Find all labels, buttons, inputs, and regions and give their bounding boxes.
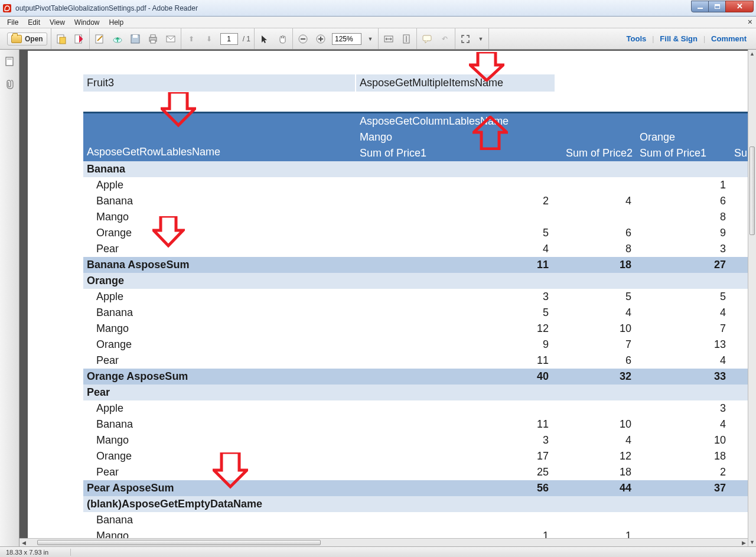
print-icon[interactable] [146,32,159,45]
filter-label: Fruit3 [83,74,356,92]
menu-help[interactable]: Help [105,17,129,28]
svg-rect-10 [151,40,155,43]
open-button[interactable]: Open [7,32,47,45]
col-measure-0-1: Sum of Price2 [553,113,636,161]
table-row: Banana544 [83,305,748,321]
table-row: Pear25182 [83,464,748,480]
table-row: Banana [83,512,748,528]
svg-rect-2 [60,37,66,44]
cloud-icon[interactable] [111,32,124,45]
folder-icon [11,35,22,43]
page-viewport[interactable]: Fruit3 AsposeGetMultipleItemsName Aspose… [28,50,748,546]
table-row: Apple3 [83,400,748,416]
svg-rect-22 [7,58,12,60]
sidebar [0,50,19,546]
annotate-icon[interactable] [421,32,434,45]
group-header: (blank)AsposeGetEmptyDataName [83,496,748,512]
svg-rect-0 [3,4,11,12]
table-row: Orange171218 [83,448,748,464]
zoom-out-icon[interactable] [296,32,309,45]
subtotal-row: Banana AsposeSum111827 [83,257,748,273]
horizontal-scrollbar[interactable]: ◀ ▶ [19,538,748,546]
table-row: Mango8 [83,209,748,225]
subtotal-row: Orange AsposeSum403233 [83,369,748,385]
page-down-icon[interactable]: ⬇ [203,32,216,45]
svg-rect-7 [133,35,138,38]
scroll-right-icon[interactable]: ▶ [739,539,748,546]
page-dimensions: 18.33 x 7.93 in [0,549,71,556]
attachments-icon[interactable] [4,78,15,90]
toolbar: Open ⬆ ⬇ / 1 ▼ ↶ ▼ Tools | [0,28,756,50]
fit-screen-icon[interactable] [459,32,472,45]
scroll-thumb-v[interactable] [750,146,755,235]
table-row: Banana11104 [83,416,748,432]
table-row: Orange9713 [83,337,748,353]
vertical-scrollbar[interactable]: ▲ ▼ [748,50,756,546]
filter-value: AsposeGetMultipleItemsName [356,74,555,92]
row-labels-header: AsposeGetRowLablesName [83,113,356,161]
svg-rect-19 [423,35,431,41]
pivot-header: AsposeGetRowLablesName AsposeGetColumnLa… [83,112,748,161]
menu-view[interactable]: View [45,17,70,28]
svg-rect-9 [151,35,155,37]
scroll-left-icon[interactable]: ◀ [19,539,28,546]
window-title: outputPivotTableGlobalizationSettings.pd… [15,4,692,12]
table-row: Apple355 [83,289,748,305]
menu-window[interactable]: Window [70,17,105,28]
table-row: Banana246 [83,193,748,209]
scroll-down-icon[interactable]: ▼ [748,538,756,546]
save-icon[interactable] [129,32,142,45]
edit-icon[interactable] [93,32,106,45]
comment-link[interactable]: Comment [705,34,752,43]
menu-file[interactable]: File [2,17,23,28]
undo-icon[interactable]: ↶ [438,32,451,45]
page-total: / 1 [243,35,250,43]
select-tool-icon[interactable] [258,32,271,45]
table-row: Mango12107 [83,321,748,337]
fit-width-icon[interactable] [382,32,395,45]
table-row: Orange569 [83,225,748,241]
reader-icon [2,4,12,13]
scroll-thumb-h[interactable] [37,540,321,545]
col-group-0: AsposeGetColumnLablesName Mango Sum of P… [356,113,553,161]
subtotal-row: Pear AsposeSum564437 [83,480,748,496]
table-row: Mango3410 [83,432,748,448]
group-header: Orange [83,273,748,289]
fit-page-icon[interactable] [400,32,413,45]
window-buttons: ✕ [692,1,754,12]
maximize-button[interactable] [708,1,726,12]
status-bar: 18.33 x 7.93 in [0,546,756,557]
open-label: Open [25,35,43,43]
page-input[interactable] [220,33,238,45]
export-pdf-icon[interactable] [73,32,86,45]
pivot-body: BananaApple1Banana246Mango8Orange569Pear… [83,161,748,544]
group-header: Pear [83,385,748,400]
close-doc-button[interactable]: × [748,17,752,27]
email-icon[interactable] [164,32,177,45]
table-row: Pear483 [83,241,748,257]
close-button[interactable]: ✕ [725,1,754,12]
zoom-in-icon[interactable] [314,32,327,45]
group-header: Banana [83,161,748,177]
col-measure-1-1: Sun [731,113,748,161]
scroll-up-icon[interactable]: ▲ [748,50,756,58]
table-row: Pear1164 [83,353,748,369]
fit-dropdown-icon[interactable]: ▼ [477,32,485,45]
create-pdf-icon[interactable] [55,32,68,45]
pdf-page: Fruit3 AsposeGetMultipleItemsName Aspose… [28,51,748,544]
col-group-1: Orange Sum of Price1 [636,113,731,161]
menubar: File Edit View Window Help × [0,17,756,28]
tools-link[interactable]: Tools [621,34,653,43]
minimize-button[interactable] [691,1,709,12]
menu-edit[interactable]: Edit [23,17,45,28]
pivot-filter-row: Fruit3 AsposeGetMultipleItemsName [83,74,748,92]
zoom-input[interactable] [332,33,361,45]
zoom-dropdown-icon[interactable]: ▼ [366,32,374,45]
titlebar: outputPivotTableGlobalizationSettings.pd… [0,0,756,17]
table-row: Apple1 [83,177,748,193]
page-up-icon[interactable]: ⬆ [185,32,198,45]
thumbnails-icon[interactable] [4,56,15,67]
hand-tool-icon[interactable] [276,32,289,45]
fill-sign-link[interactable]: Fill & Sign [654,34,703,43]
